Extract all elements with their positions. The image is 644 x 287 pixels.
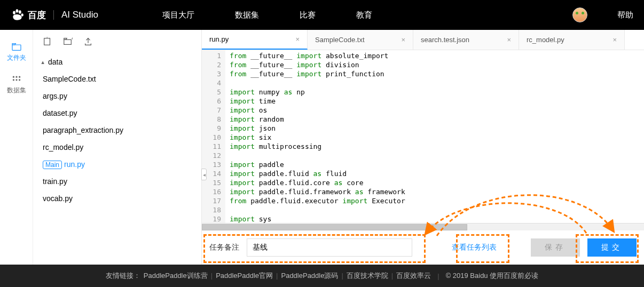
help-link[interactable]: 帮助 [617, 10, 633, 20]
file-list: ▸ data SampleCode.txtargs.pydataset.pypa… [33, 53, 201, 207]
footer-link[interactable]: 百度效率云 [396, 272, 431, 280]
new-file-icon[interactable]: + [43, 37, 52, 46]
file-row[interactable]: Mainrun.py [41, 156, 194, 173]
file-row[interactable]: args.py [41, 87, 194, 105]
folder-name: data [48, 58, 62, 66]
vertical-sidebar: 文件夹 数据集 [0, 30, 33, 265]
code-body[interactable]: from __future__ import absolute_import f… [225, 50, 644, 223]
close-icon[interactable]: × [401, 36, 405, 44]
file-panel: + + ▸ data SampleCode.txtargs.pydataset.… [33, 30, 201, 265]
task-label: 任务备注 [209, 243, 239, 252]
save-button: 保存 [531, 238, 580, 257]
tab-label: SampleCode.txt [315, 36, 365, 44]
file-name: run.py [64, 160, 85, 169]
footer-link[interactable]: PaddlePaddle训练营 [144, 272, 208, 280]
file-row[interactable]: train.py [41, 173, 194, 190]
file-name: dataset.py [43, 109, 77, 117]
file-name: paragraph_extraction.py [43, 126, 123, 134]
close-icon[interactable]: × [612, 36, 617, 44]
file-name: train.py [43, 177, 67, 186]
file-name: SampleCode.txt [43, 75, 96, 83]
footer-link[interactable]: PaddlePaddle源码 [281, 272, 338, 280]
editor-tab[interactable]: rc_model.py× [519, 30, 625, 50]
chevron-down-icon: ▸ [39, 60, 46, 63]
tab-label: rc_model.py [527, 36, 564, 44]
nav-competitions[interactable]: 比赛 [300, 10, 316, 20]
nav-projects[interactable]: 项目大厅 [162, 10, 194, 20]
logo-divider [53, 10, 54, 20]
file-row[interactable]: rc_model.py [41, 139, 194, 156]
horizontal-scrollbar[interactable] [202, 223, 644, 230]
avatar[interactable] [572, 7, 587, 22]
svg-point-2 [19, 10, 21, 13]
editor-tab[interactable]: SampleCode.txt× [308, 30, 413, 50]
svg-point-3 [21, 13, 23, 16]
top-nav: 项目大厅 数据集 比赛 教育 [162, 10, 372, 20]
datasets-icon [11, 75, 22, 84]
editor-tab[interactable]: search.test.json× [413, 30, 519, 50]
code-editor[interactable]: 1234567891011121314151617181920 -2122232… [202, 50, 644, 223]
svg-point-7 [19, 76, 20, 78]
task-row: 任务备注 查看任务列表 保存 提交 [202, 230, 644, 265]
svg-point-1 [16, 9, 19, 13]
svg-point-6 [15, 76, 17, 78]
line-gutter: 1234567891011121314151617181920 -2122232… [202, 50, 225, 223]
scrollbar-thumb[interactable] [202, 224, 467, 230]
logo-area[interactable]: 百度 AI Studio [11, 8, 98, 22]
top-bar: 百度 AI Studio 项目大厅 数据集 比赛 教育 帮助 [0, 0, 644, 30]
svg-point-10 [19, 79, 20, 81]
close-icon[interactable]: × [295, 35, 300, 43]
sidebar-item-datasets[interactable]: 数据集 [0, 75, 33, 95]
editor-tab[interactable]: run.py× [202, 30, 308, 50]
task-note-input[interactable] [247, 238, 412, 257]
tab-label: run.py [209, 35, 229, 43]
editor-area: ◂ run.py×SampleCode.txt×search.test.json… [201, 30, 644, 265]
tab-bar: run.py×SampleCode.txt×search.test.json×r… [202, 30, 644, 50]
nav-datasets[interactable]: 数据集 [235, 10, 259, 20]
footer-link[interactable]: PaddlePaddle官网 [216, 272, 273, 280]
upload-icon[interactable] [83, 37, 93, 46]
folder-row[interactable]: ▸ data [41, 53, 194, 70]
sidebar-label-files: 文件夹 [7, 54, 26, 61]
collapse-handle[interactable]: ◂ [201, 169, 207, 180]
workspace: 文件夹 数据集 + + ▸ data SampleCode.txtargs.py… [0, 30, 644, 265]
svg-point-8 [12, 79, 14, 81]
file-row[interactable]: paragraph_extraction.py [41, 122, 194, 139]
footer-links-label: 友情链接： [106, 271, 140, 281]
folder-icon [11, 43, 22, 51]
baidu-paw-icon [11, 8, 25, 22]
svg-text:+: + [71, 37, 73, 41]
new-folder-icon[interactable]: + [63, 37, 73, 46]
sidebar-item-files[interactable]: 文件夹 [0, 43, 33, 62]
nav-education[interactable]: 教育 [356, 10, 372, 20]
top-right: 帮助 [572, 7, 633, 22]
footer: 友情链接： PaddlePaddle训练营|PaddlePaddle官网|Pad… [0, 265, 644, 287]
brand-text: 百度 [28, 9, 46, 21]
svg-point-5 [12, 76, 14, 78]
file-row[interactable]: SampleCode.txt [41, 70, 194, 87]
svg-rect-4 [12, 45, 21, 50]
file-name: vocab.py [43, 194, 73, 203]
file-name: rc_model.py [43, 143, 83, 152]
sidebar-label-datasets: 数据集 [7, 86, 26, 94]
svg-rect-13 [64, 39, 72, 44]
file-toolbar: + + [33, 30, 201, 53]
file-name: args.py [43, 92, 67, 100]
studio-text: AI Studio [61, 10, 98, 20]
tab-label: search.test.json [421, 36, 469, 44]
submit-button[interactable]: 提交 [587, 238, 637, 257]
footer-copyright: © 2019 Baidu 使用百度前必读 [446, 271, 539, 281]
main-tag: Main [43, 161, 62, 169]
svg-point-9 [15, 79, 17, 81]
close-icon[interactable]: × [507, 36, 511, 44]
svg-text:+: + [45, 37, 48, 39]
footer-link[interactable]: 百度技术学院 [347, 272, 388, 280]
svg-point-0 [13, 11, 15, 14]
file-row[interactable]: vocab.py [41, 190, 194, 207]
file-row[interactable]: dataset.py [41, 105, 194, 122]
view-task-list-link[interactable]: 查看任务列表 [452, 243, 497, 252]
